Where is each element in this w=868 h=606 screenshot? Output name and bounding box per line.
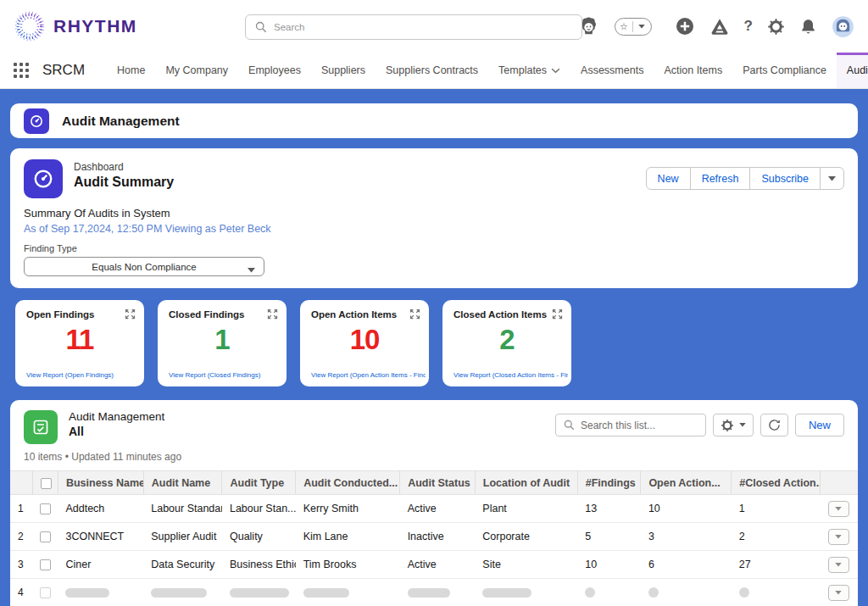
cell-location: Corporate xyxy=(475,523,577,551)
table-header-row: Business Name Audit Name Audit Type Audi… xyxy=(10,471,858,495)
col-audit-name[interactable]: Audit Name xyxy=(143,471,222,495)
cell-audit-conducted: Tim Brooks xyxy=(296,551,400,579)
search-icon xyxy=(564,420,575,431)
cell-audit-type: Quality xyxy=(222,523,296,551)
expand-icon[interactable] xyxy=(266,308,279,320)
metric-value: 2 xyxy=(453,324,560,356)
table-row-loading: 4 xyxy=(10,579,858,606)
brand-logo: RHYTHM xyxy=(14,10,137,42)
metric-value: 10 xyxy=(311,324,418,356)
col-open-action[interactable]: Open Action... xyxy=(641,471,732,495)
global-search-input[interactable]: Search xyxy=(245,14,582,40)
subscribe-button[interactable]: Subscribe xyxy=(749,168,820,189)
tab-my-company[interactable]: My Company xyxy=(155,53,238,88)
metric-title: Closed Action Items xyxy=(453,309,560,320)
col-audit-type[interactable]: Audit Type xyxy=(222,471,296,495)
notifications-bell-icon[interactable] xyxy=(799,18,817,36)
favorites-caret-icon[interactable] xyxy=(633,25,651,29)
audit-list-icon xyxy=(24,410,58,444)
col-audit-conducted[interactable]: Audit Conducted... xyxy=(296,471,400,495)
add-icon[interactable] xyxy=(675,16,695,36)
favorites-pill[interactable]: ☆ xyxy=(615,18,652,36)
row-number: 1 xyxy=(10,495,32,523)
tab-assessments[interactable]: Assessments xyxy=(570,53,654,88)
page-banner: Audit Management xyxy=(10,103,858,138)
guidance-icon[interactable] xyxy=(709,16,730,36)
gear-icon xyxy=(721,419,734,432)
expand-icon[interactable] xyxy=(409,308,421,320)
caret-down-icon xyxy=(248,264,255,275)
cell-open-action: 6 xyxy=(641,551,732,579)
col-closed-action[interactable]: #Closed Action... xyxy=(732,471,821,495)
tab-home[interactable]: Home xyxy=(107,53,155,88)
audit-table: Business Name Audit Name Audit Type Audi… xyxy=(10,470,858,606)
cell-closed-action: 1 xyxy=(732,495,821,523)
refresh-icon xyxy=(768,419,781,431)
list-settings-button[interactable] xyxy=(713,414,754,436)
app-launcher-icon[interactable] xyxy=(14,63,29,78)
dashboard-actions: New Refresh Subscribe xyxy=(646,167,844,190)
tab-employees[interactable]: Employees xyxy=(238,53,311,88)
refresh-button[interactable]: Refresh xyxy=(690,168,750,189)
help-icon[interactable]: ? xyxy=(744,18,753,35)
new-button[interactable]: New xyxy=(647,168,690,189)
brand-name: RHYTHM xyxy=(53,16,137,36)
finding-type-select[interactable]: Equals Non Compliance xyxy=(24,257,264,276)
row-actions-button[interactable] xyxy=(828,529,849,545)
caret-down-icon xyxy=(739,423,746,427)
finding-type-value: Equals Non Compliance xyxy=(92,262,196,272)
app-navigation: SRCM Home My Company Employees Suppliers… xyxy=(0,53,868,89)
row-checkbox[interactable] xyxy=(40,531,51,542)
list-search-input[interactable]: Search this list... xyxy=(555,414,706,436)
col-business-name[interactable]: Business Name xyxy=(58,471,143,495)
metric-value: 11 xyxy=(26,324,133,356)
row-checkbox[interactable] xyxy=(40,559,51,570)
setup-gear-icon[interactable] xyxy=(767,18,785,36)
metric-title: Open Action Items xyxy=(311,309,418,320)
row-checkbox[interactable] xyxy=(40,503,51,514)
col-audit-status[interactable]: Audit Status xyxy=(400,471,476,495)
table-row[interactable]: 1 Addtech Labour Standard Labour Stan...… xyxy=(10,495,858,523)
tab-templates[interactable]: Templates xyxy=(488,53,570,88)
row-checkbox[interactable] xyxy=(40,587,51,598)
cell-audit-name: Data Security xyxy=(143,551,222,579)
expand-icon[interactable] xyxy=(124,308,136,320)
list-refresh-button[interactable] xyxy=(760,414,788,436)
view-report-link[interactable]: View Report (Closed Action Items - Findi… xyxy=(453,371,568,379)
tab-parts-compliance[interactable]: Parts Compliance xyxy=(732,53,837,88)
col-actions xyxy=(821,471,858,495)
table-row[interactable]: 2 3CONNECT Supplier Audit Quality Kim La… xyxy=(10,523,858,551)
page-title: Audit Management xyxy=(62,114,180,129)
list-view-label[interactable]: All xyxy=(69,425,164,438)
view-report-link[interactable]: View Report (Open Findings) xyxy=(26,371,141,379)
row-actions-button[interactable] xyxy=(828,557,849,573)
row-actions-button[interactable] xyxy=(828,585,849,601)
rhythm-logo-mark xyxy=(14,10,46,42)
search-icon xyxy=(255,21,267,33)
view-report-link[interactable]: View Report (Open Action Items - Finding… xyxy=(311,371,426,379)
col-location[interactable]: Location of Audit xyxy=(475,471,577,495)
favorite-star-icon[interactable]: ☆ xyxy=(615,21,633,32)
tab-suppliers[interactable]: Suppliers xyxy=(311,53,376,88)
loading-placeholder xyxy=(408,588,450,598)
select-all-checkbox[interactable] xyxy=(41,478,52,489)
cell-open-action: 10 xyxy=(641,495,732,523)
tab-audit-management[interactable]: Audit Management xyxy=(837,53,868,88)
header-actions: ☆ ? xyxy=(577,15,854,38)
col-findings[interactable]: #Findings xyxy=(577,471,641,495)
tab-action-items[interactable]: Action Items xyxy=(654,53,732,88)
user-avatar[interactable] xyxy=(832,15,854,38)
list-new-button[interactable]: New xyxy=(795,414,844,436)
app-name: SRCM xyxy=(42,62,85,79)
tab-suppliers-contracts[interactable]: Suppliers Contracts xyxy=(376,53,488,88)
row-actions-button[interactable] xyxy=(828,501,849,517)
expand-icon[interactable] xyxy=(551,308,564,320)
page-body: Audit Management Dashboard Audit Summary xyxy=(0,89,868,606)
dashboard-as-of-link[interactable]: As of Sep 17,2024, 12:50 PM Viewing as P… xyxy=(24,223,844,235)
view-report-link[interactable]: View Report (Closed Findings) xyxy=(169,371,283,379)
table-row[interactable]: 3 Ciner Data Security Business Ethics Ti… xyxy=(10,551,858,579)
row-number-header xyxy=(10,471,32,495)
cell-open-action: 3 xyxy=(641,523,732,551)
list-controls: Search this list... xyxy=(555,414,844,436)
more-actions-caret-icon[interactable] xyxy=(820,168,843,189)
